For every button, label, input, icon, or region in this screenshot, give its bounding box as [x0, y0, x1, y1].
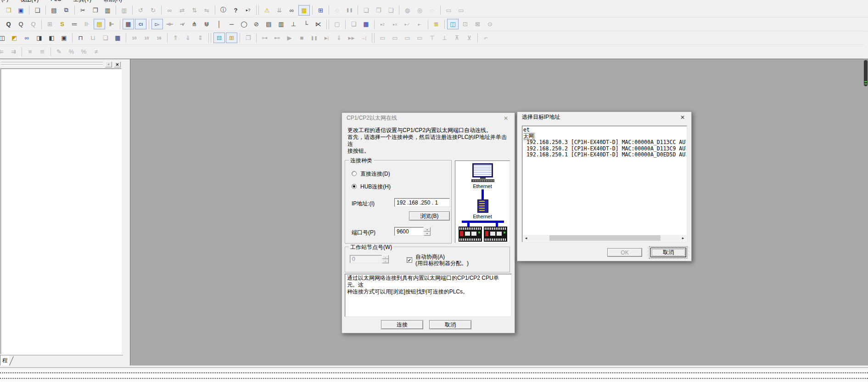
ip-list-item[interactable]: 太网 — [523, 133, 534, 140]
close-icon[interactable]: ✕ — [678, 114, 687, 121]
rung-shortcut-icon[interactable]: S — [56, 19, 68, 29]
cancel-button[interactable]: 取消 — [650, 248, 686, 257]
tab-program[interactable]: 程 — [0, 355, 9, 365]
save-project-icon[interactable]: ▣ — [15, 5, 27, 16]
plc-rack-2-icon[interactable]: ▭ — [455, 5, 467, 16]
menu-item[interactable]: 工具(T) — [73, 0, 91, 3]
zoom-out-icon[interactable]: Q — [15, 19, 27, 29]
clock-pulse-icon[interactable]: ▦ — [360, 19, 372, 29]
run-to-cursor-icon[interactable]: →| — [358, 33, 370, 43]
vertical-line-icon[interactable]: │ — [213, 19, 225, 29]
panel-collapse-button[interactable]: ▾ — [105, 61, 112, 67]
memory-layout-4-icon[interactable]: ▭ — [414, 33, 426, 43]
batch-check-icon[interactable]: ∞ — [286, 5, 297, 16]
function-block-icon[interactable]: ⊥ — [288, 19, 299, 29]
step-run-icon[interactable]: ▶| — [321, 33, 332, 43]
diagram-workspace-icon[interactable]: ◩ — [9, 33, 20, 43]
zoom-in-icon[interactable]: Q — [3, 19, 14, 29]
online-edit-begin-icon[interactable]: ◍ — [402, 5, 413, 16]
watch-window-icon[interactable]: ◫ — [447, 19, 459, 29]
watch-clear-icon[interactable]: ⊠ — [472, 19, 483, 29]
page-find-icon[interactable]: ❑ — [32, 5, 43, 16]
closed-contact-icon[interactable]: ⊣∕ — [176, 19, 188, 29]
work-online-icon[interactable]: ⊟ — [213, 33, 225, 43]
change-all-icon[interactable]: ⇅ — [189, 5, 200, 16]
radio-direct-connection[interactable] — [352, 171, 357, 176]
continuous-step-icon[interactable]: ▶▶ — [346, 33, 357, 43]
cross-reference-popup-icon[interactable]: ◨ — [34, 33, 45, 43]
tile-horizontal-icon[interactable]: ⊤ — [426, 33, 438, 43]
menu-item[interactable]: 视图(V) — [20, 0, 39, 3]
paste-icon[interactable]: ▥ — [102, 5, 113, 16]
watch-check-icon[interactable]: ⊙ — [484, 19, 496, 29]
overlay-scrollbar-thumb[interactable] — [864, 60, 868, 86]
dialog-title-bar[interactable]: CP1/CP2以太网在线 ✕ — [342, 113, 515, 123]
help-icon[interactable]: ? — [230, 5, 241, 16]
program-upload-icon[interactable]: ❐ — [373, 5, 384, 16]
ci-editor-icon[interactable]: CI — [135, 19, 146, 29]
cancel-changes-icon[interactable]: ≠ — [90, 46, 102, 57]
watch-set-icon[interactable]: ⊡ — [459, 19, 471, 29]
monitor-mode-icon[interactable]: ⊶ — [259, 33, 270, 43]
step-into-icon[interactable]: ⇓ — [333, 33, 345, 43]
online-edit-send-icon[interactable]: ◎ — [414, 5, 426, 16]
rung-comment-icon[interactable]: ≔ — [69, 19, 80, 29]
menu-item[interactable]: (F) — [1, 0, 8, 3]
signed-decimal-icon[interactable]: 10 — [141, 33, 152, 43]
io-table-window-icon[interactable]: ◫ — [0, 33, 8, 43]
align-lines-icon[interactable]: ≡ — [24, 46, 36, 57]
ip-list-item[interactable]: et — [523, 127, 530, 133]
replace-icon[interactable]: ⇄ — [176, 5, 188, 16]
local-window-icon[interactable]: ◧ — [46, 33, 57, 43]
connect-button[interactable]: 连接 — [381, 320, 423, 329]
transfer-to-plc-icon[interactable]: ⇑ — [170, 33, 181, 43]
properties-icon[interactable]: ⓘ — [218, 5, 229, 16]
line-connect-icon[interactable]: └ — [300, 19, 312, 29]
indent-rung-icon[interactable]: ⇉ — [8, 46, 19, 57]
open-project-icon[interactable]: ❒ — [3, 5, 14, 16]
restore-layout-icon[interactable]: ⌐ — [480, 33, 492, 43]
zoom-fit-icon[interactable]: Q — [28, 19, 39, 29]
scrollbar-track[interactable] — [529, 235, 680, 241]
memory-layout-2-icon[interactable]: ▭ — [389, 33, 401, 43]
io-comment-icon[interactable]: ⊓ — [75, 33, 86, 43]
monitor-pause-icon[interactable]: ⊷ — [271, 33, 283, 43]
port-field[interactable]: 9600 — [394, 227, 424, 236]
decimal-monitor-icon[interactable]: 10 — [129, 33, 140, 43]
transfer-error-icon[interactable]: ⊞ — [315, 5, 326, 16]
spin-up-icon[interactable]: ▴ — [424, 227, 431, 232]
online-compile-icon[interactable]: ⇊ — [274, 5, 285, 16]
pause-monitor-window-icon[interactable]: ▢ — [331, 19, 343, 29]
scroll-left-icon[interactable]: ◂ — [523, 235, 529, 241]
close-icon[interactable]: ✕ — [502, 115, 510, 122]
mnemonics-view-icon[interactable]: ▦ — [123, 19, 134, 29]
arrange-icons-icon[interactable]: ⊻ — [464, 33, 475, 43]
panel-close-button[interactable]: ✕ — [114, 61, 121, 67]
plc-rack-1-icon[interactable]: ▭ — [443, 5, 454, 16]
horizontal-line-icon[interactable]: ─ — [226, 19, 237, 29]
dialog-title-bar[interactable]: 选择目标IP地址 ✕ — [517, 112, 691, 122]
symbol-table-icon[interactable]: ▤ — [94, 19, 105, 29]
copy-icon[interactable]: ❐ — [90, 5, 101, 16]
program-check-icon[interactable]: ❏ — [360, 5, 372, 16]
memory-layout-3-icon[interactable]: ▭ — [402, 33, 413, 43]
pause-icon[interactable]: ❚❚ — [344, 5, 355, 16]
rung-wrap-icon[interactable]: ⊔ — [87, 33, 99, 43]
selection-tool-icon[interactable]: ▻ — [151, 19, 163, 29]
force-status-icon[interactable]: ▸- — [414, 19, 426, 29]
instruction-icon[interactable]: ▤ — [263, 19, 274, 29]
line-delete-icon[interactable]: ⋉ — [313, 19, 324, 29]
auto-online-icon[interactable]: ⊞ — [226, 33, 237, 43]
cut-icon[interactable]: ✂ — [77, 5, 89, 16]
panel-title-bar[interactable]: ▾ ✕ — [0, 61, 123, 68]
align-coils-icon[interactable]: ≌ — [37, 46, 48, 57]
properties-window-icon[interactable]: ▣ — [58, 33, 70, 43]
or-contact-icon[interactable]: ⋔ — [189, 19, 200, 29]
port-spinner[interactable]: ▴ ▾ — [424, 227, 431, 236]
redo-icon[interactable]: ↻ — [147, 5, 159, 16]
find-icon[interactable]: ∞ — [164, 5, 175, 16]
force-on-icon[interactable]: ▸z — [377, 19, 388, 29]
address-tree-icon[interactable]: ≣ — [431, 19, 442, 29]
send-changes-icon[interactable]: % — [66, 46, 77, 57]
cancel-button[interactable]: 取消 — [429, 320, 471, 329]
